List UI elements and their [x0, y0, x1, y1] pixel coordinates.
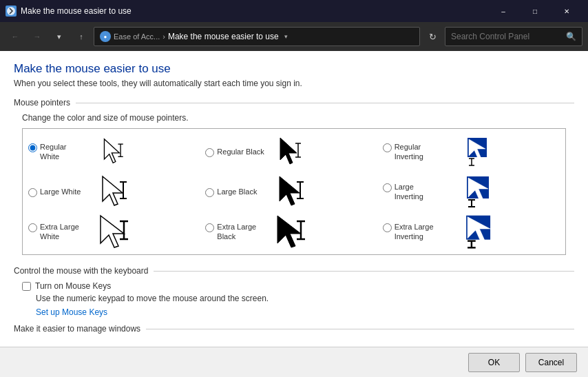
breadcrumb-part1: Ease of Acc... [114, 32, 160, 41]
pointer-cell-xl-white: Extra LargeWhite [28, 214, 205, 249]
cursor-preview-regular-white [90, 134, 138, 169]
radio-label-large-black[interactable]: Large Black [205, 187, 267, 197]
cursor-preview-regular-black [267, 134, 315, 169]
mouse-pointers-label: Mouse pointers [14, 98, 70, 108]
setup-mouse-keys-link[interactable]: Set up Mouse Keys [36, 307, 574, 317]
radio-large-white[interactable] [28, 188, 37, 197]
radio-xl-white[interactable] [28, 223, 37, 232]
forward-button[interactable]: → [28, 27, 47, 46]
section-divider-2 [154, 271, 574, 272]
window-title: Make the mouse easier to use [21, 6, 487, 16]
radio-label-regular-white[interactable]: RegularWhite [28, 142, 90, 162]
cursor-preview-large-black [267, 174, 315, 209]
radio-label-xl-white[interactable]: Extra LargeWhite [28, 222, 90, 242]
pointer-grid: RegularWhite Regular [22, 128, 566, 255]
radio-regular-black[interactable] [205, 148, 214, 157]
radio-label-xl-black[interactable]: Extra LargeBlack [205, 222, 267, 242]
radio-label-large-inverting[interactable]: LargeInverting [383, 182, 445, 202]
svg-marker-18 [280, 176, 300, 205]
section-divider-3 [146, 329, 574, 329]
pointer-row-extra-large: Extra LargeWhite Extra LargeBlack [28, 214, 560, 249]
address-icon: ● [100, 31, 111, 42]
pointer-cell-xl-inverting: Extra LargeInverting [383, 214, 560, 249]
mouse-keys-section-header: Control the mouse with the keyboard [14, 266, 574, 276]
address-dropdown-icon[interactable]: ▾ [282, 33, 291, 40]
close-button[interactable]: ✕ [551, 0, 582, 22]
radio-text-large-white: Large White [40, 187, 81, 196]
page-title: Make the mouse easier to use [14, 62, 574, 76]
address-bar: ← → ▾ ↑ ● Ease of Acc... › Make the mous… [0, 22, 588, 51]
breadcrumb-part2: Make the mouse easier to use [168, 32, 279, 41]
svg-marker-14 [103, 176, 123, 205]
pointer-row-large: Large White Large Black [28, 174, 560, 209]
window-controls: – □ ✕ [487, 0, 582, 22]
radio-text-xl-white: Extra LargeWhite [40, 222, 79, 242]
cursor-preview-large-inverting [445, 174, 493, 209]
maximize-button[interactable]: □ [519, 0, 551, 22]
svg-marker-5 [280, 138, 297, 164]
radio-label-regular-black[interactable]: Regular Black [205, 147, 267, 157]
mouse-pointers-desc: Change the color and size of mouse point… [22, 113, 574, 123]
radio-regular-white[interactable] [28, 143, 37, 152]
pointer-cell-large-inverting: LargeInverting [383, 174, 560, 209]
radio-text-regular-white: RegularWhite [40, 142, 67, 162]
radio-xl-black[interactable] [205, 223, 214, 232]
main-content: Make the mouse easier to use When you se… [0, 51, 588, 347]
refresh-button[interactable]: ↻ [423, 27, 442, 46]
pointer-cell-regular-white: RegularWhite [28, 134, 205, 169]
search-icon[interactable]: 🔍 [566, 32, 576, 41]
minimize-button[interactable]: – [487, 0, 519, 22]
up-button[interactable]: ↑ [72, 27, 91, 46]
mouse-keys-checkbox-label: Turn on Mouse Keys [35, 281, 111, 291]
mouse-keys-label: Control the mouse with the keyboard [14, 266, 148, 276]
ok-button[interactable]: OK [468, 353, 520, 372]
radio-text-large-black: Large Black [217, 187, 257, 196]
radio-label-xl-inverting[interactable]: Extra LargeInverting [383, 222, 445, 242]
radio-large-black[interactable] [205, 188, 214, 197]
manage-windows-section-header: Make it easier to manage windows [14, 324, 574, 334]
mouse-keys-desc: Use the numeric keypad to move the mouse… [36, 294, 574, 303]
radio-text-regular-inverting: RegularInverting [395, 142, 423, 162]
radio-label-large-white[interactable]: Large White [28, 187, 90, 197]
svg-marker-1 [104, 139, 119, 163]
pointer-cell-xl-black: Extra LargeBlack [205, 214, 382, 249]
mouse-keys-checkbox-wrap: Turn on Mouse Keys [22, 281, 574, 291]
radio-text-xl-inverting: Extra LargeInverting [395, 222, 434, 242]
mouse-pointers-section-header: Mouse pointers [14, 98, 574, 108]
address-bar-input[interactable]: ● Ease of Acc... › Make the mouse easier… [94, 27, 420, 46]
pointer-cell-large-white: Large White [28, 174, 205, 209]
radio-text-large-inverting: LargeInverting [395, 182, 423, 202]
cursor-preview-xl-inverting [445, 214, 493, 249]
svg-point-0 [7, 7, 15, 15]
cursor-preview-xl-white [90, 214, 138, 249]
search-input[interactable] [451, 32, 566, 41]
radio-regular-inverting[interactable] [383, 143, 392, 152]
cursor-preview-large-white [90, 174, 138, 209]
radio-large-inverting[interactable] [383, 183, 392, 192]
bottom-bar: OK Cancel [0, 347, 588, 377]
title-bar: Make the mouse easier to use – □ ✕ [0, 0, 588, 22]
pointer-cell-regular-inverting: RegularInverting [383, 134, 560, 169]
radio-label-regular-inverting[interactable]: RegularInverting [383, 142, 445, 162]
search-wrap: 🔍 [445, 27, 582, 46]
pointer-row-regular: RegularWhite Regular [28, 134, 560, 169]
manage-windows-label: Make it easier to manage windows [14, 324, 140, 334]
cursor-preview-regular-inverting [445, 134, 493, 169]
back-button[interactable]: ← [6, 27, 25, 46]
section-divider [76, 103, 574, 103]
cancel-button[interactable]: Cancel [525, 353, 577, 372]
app-icon [6, 6, 17, 17]
pointer-cell-large-black: Large Black [205, 174, 382, 209]
breadcrumb-separator: › [162, 32, 165, 41]
page-subtitle: When you select these tools, they will a… [14, 79, 574, 88]
dropdown-button[interactable]: ▾ [50, 27, 69, 46]
cursor-preview-xl-black [267, 214, 315, 249]
radio-xl-inverting[interactable] [383, 223, 392, 232]
radio-text-xl-black: Extra LargeBlack [217, 222, 256, 242]
radio-text-regular-black: Regular Black [217, 147, 264, 156]
pointer-cell-regular-black: Regular Black [205, 134, 382, 169]
mouse-keys-checkbox[interactable] [22, 282, 31, 291]
